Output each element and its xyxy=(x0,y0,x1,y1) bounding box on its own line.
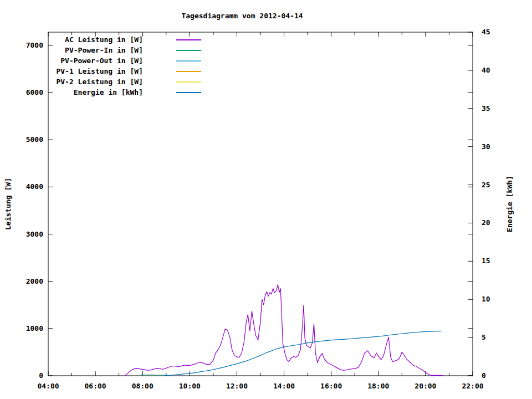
x-tick-label: 10:00 xyxy=(179,382,201,390)
legend: AC Leistung in [W]PV-Power-In in [W]PV-P… xyxy=(50,34,201,98)
y-left-tick-label: 1000 xyxy=(26,324,43,332)
legend-label: PV-2 Leistung in [W] xyxy=(50,78,143,86)
legend-item-5: Energie in [kWh] xyxy=(50,87,201,98)
y-right-tick-label: 0 xyxy=(482,371,486,380)
y-left-tick-label: 2000 xyxy=(26,277,43,285)
series-line-5 xyxy=(164,331,441,375)
y-left-tick-label: 4000 xyxy=(26,182,43,191)
y-right-tick-label: 40 xyxy=(482,66,490,74)
y-right-tick-label: 20 xyxy=(482,218,490,227)
x-tick-label: 06:00 xyxy=(85,382,106,390)
y-right-tick-label: 30 xyxy=(482,142,490,151)
legend-line-sample xyxy=(176,49,201,52)
legend-label: PV-Power-Out in [W] xyxy=(50,57,143,65)
legend-label: Energie in [kWh] xyxy=(50,88,143,96)
x-tick-label: 16:00 xyxy=(320,382,342,390)
x-tick-label: 12:00 xyxy=(226,382,248,390)
y-right-tick-label: 10 xyxy=(482,295,490,303)
legend-label: PV-1 Leistung in [W] xyxy=(50,67,143,75)
y-left-tick-label: 0 xyxy=(39,371,43,380)
legend-label: AC Leistung in [W] xyxy=(50,35,143,44)
x-tick-label: 04:00 xyxy=(37,382,59,390)
y-right-tick-label: 25 xyxy=(482,181,490,189)
y-left-tick-label: 6000 xyxy=(26,88,43,96)
legend-line-sample xyxy=(176,91,201,94)
x-tick-label: 20:00 xyxy=(415,382,436,390)
legend-line-sample xyxy=(176,60,201,62)
legend-line-sample xyxy=(176,39,201,41)
x-tick-label: 08:00 xyxy=(132,382,154,390)
x-tick-label: 18:00 xyxy=(367,382,389,390)
legend-item-3: PV-1 Leistung in [W] xyxy=(50,66,201,76)
y-right-tick-label: 45 xyxy=(482,28,490,36)
y-left-tick-label: 3000 xyxy=(26,230,43,238)
legend-line-sample xyxy=(176,81,201,83)
y-right-tick-label: 15 xyxy=(482,257,490,265)
y-left-tick-label: 5000 xyxy=(26,135,43,144)
x-tick-label: 14:00 xyxy=(273,382,295,390)
y-right-tick-label: 35 xyxy=(482,104,490,112)
legend-label: PV-Power-In in [W] xyxy=(50,46,143,54)
legend-line-sample xyxy=(176,70,201,73)
legend-item-4: PV-2 Leistung in [W] xyxy=(50,76,201,87)
legend-item-0: AC Leistung in [W] xyxy=(50,34,201,45)
y-right-tick-label: 5 xyxy=(482,333,486,341)
legend-item-1: PV-Power-In in [W] xyxy=(50,45,201,55)
y-left-tick-label: 7000 xyxy=(26,41,43,49)
legend-item-2: PV-Power-Out in [W] xyxy=(50,55,201,66)
x-tick-label: 22:00 xyxy=(462,382,483,390)
series-line-0 xyxy=(125,285,443,376)
